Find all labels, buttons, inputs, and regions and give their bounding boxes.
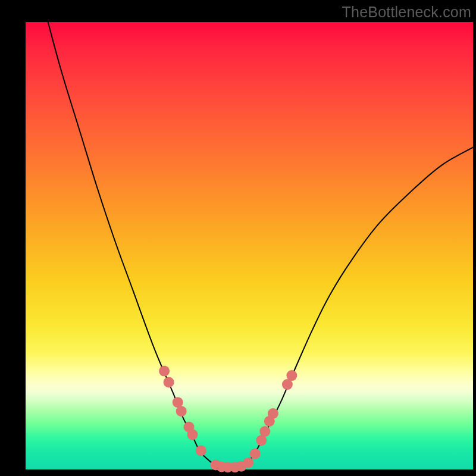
data-marker: [250, 449, 261, 459]
data-marker: [268, 408, 278, 419]
watermark-text: TheBottleneck.com: [342, 4, 471, 21]
chart-frame: TheBottleneck.com: [0, 0, 476, 476]
data-marker: [159, 366, 170, 377]
curve-left-branch: [48, 22, 218, 467]
data-marker: [259, 426, 270, 437]
data-marker: [243, 458, 254, 468]
curve-overlay: [26, 22, 473, 469]
data-marker: [164, 377, 174, 387]
data-marker: [196, 445, 206, 456]
data-marker: [187, 429, 198, 440]
data-marker: [286, 370, 297, 381]
data-marker: [176, 406, 187, 416]
curve-right-branch: [240, 148, 473, 468]
